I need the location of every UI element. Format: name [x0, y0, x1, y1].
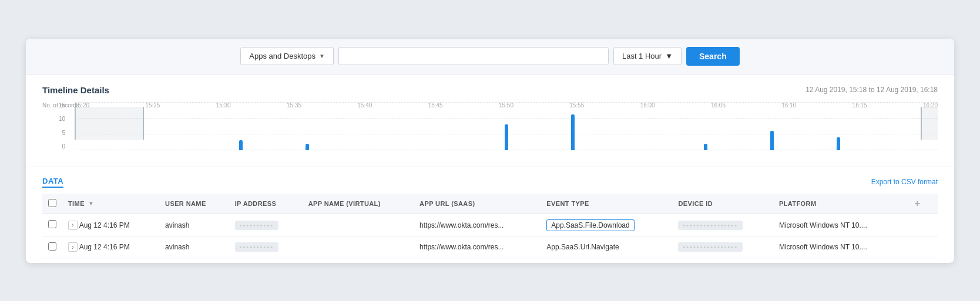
bar-slot — [672, 102, 739, 150]
bar-slot — [340, 102, 407, 150]
col-add: + — [905, 194, 938, 214]
row-checkbox-cell — [42, 236, 62, 258]
chart-bar — [505, 124, 508, 150]
row-device-id: •••••••••••••••• — [678, 221, 743, 230]
row-app-url: https://www.okta.com/res... — [419, 221, 504, 229]
row-add-cell — [905, 214, 938, 236]
table-body: › Aug 12 4:16 PMavinash••••••••••https:/… — [42, 214, 938, 258]
timeline-section: Timeline Details 12 Aug 2019, 15:18 to 1… — [26, 75, 954, 167]
select-all-checkbox[interactable] — [48, 199, 56, 207]
row-ip: •••••••••• — [235, 242, 279, 252]
row-username: avinash — [165, 221, 189, 229]
chart-bar — [837, 137, 840, 150]
chart-bar — [306, 144, 309, 150]
row-app-url: https://www.okta.com/res... — [419, 243, 504, 251]
col-app-url: APP URL (SAAS) — [414, 194, 541, 214]
time-range-label: Last 1 Hour — [622, 52, 662, 60]
row-device-id-cell: •••••••••••••••• — [672, 214, 773, 236]
row-time: Aug 12 4:16 PM — [79, 243, 130, 251]
bars-container — [75, 102, 938, 150]
y-label-5: 5 — [62, 130, 66, 136]
row-app-url-cell: https://www.okta.com/res... — [414, 236, 541, 258]
sort-icon: ▼ — [88, 200, 94, 207]
col-device-id: DEVICE ID — [672, 194, 773, 214]
col-event-type: EVENT TYPE — [541, 194, 672, 214]
chart-bar — [239, 140, 243, 150]
col-checkbox — [42, 194, 62, 214]
search-input[interactable] — [338, 47, 609, 65]
row-user-cell: avinash — [159, 214, 229, 236]
chart-inner — [75, 102, 938, 150]
row-time-cell: › Aug 12 4:16 PM — [62, 236, 159, 258]
bar-slot — [805, 102, 871, 150]
row-ip: •••••••••• — [235, 221, 279, 230]
data-table: TIME ▼ USER NAME IP ADDRESS APP NAME (VI… — [42, 194, 938, 258]
row-app-virtual-cell — [303, 214, 414, 236]
timeline-title: Timeline Details — [42, 85, 109, 95]
chart-area: No. of records 15 10 5 0 15:2015:251 — [42, 102, 938, 161]
data-section: DATA Export to CSV format TIME ▼ USER NA… — [26, 167, 954, 263]
bar-slot — [141, 102, 207, 150]
y-label-10: 10 — [59, 116, 65, 122]
chevron-down-icon: ▼ — [665, 52, 673, 60]
row-platform-cell: Microsoft Windows NT 10.... — [773, 214, 905, 236]
bar-slot — [407, 102, 473, 150]
row-time: Aug 12 4:16 PM — [79, 221, 130, 229]
bar-slot — [539, 102, 606, 150]
y-axis-labels: 15 10 5 0 — [59, 102, 65, 150]
bar-slot — [207, 102, 274, 150]
row-platform: Microsoft Windows NT 10.... — [779, 243, 867, 251]
col-app-virtual: APP NAME (VIRTUAL) — [303, 194, 414, 214]
search-button[interactable]: Search — [686, 47, 740, 66]
table-row: › Aug 12 4:16 PMavinash••••••••••https:/… — [42, 214, 938, 236]
row-time-cell: › Aug 12 4:16 PM — [62, 214, 159, 236]
bar-slot — [739, 102, 805, 150]
search-bar: Apps and Desktops ▼ Last 1 Hour ▼ Search — [26, 39, 954, 75]
table-row: › Aug 12 4:16 PMavinash••••••••••https:/… — [42, 236, 938, 258]
table-header-row: TIME ▼ USER NAME IP ADDRESS APP NAME (VI… — [42, 194, 938, 214]
row-ip-cell: •••••••••• — [229, 236, 303, 258]
row-device-id: •••••••••••••••• — [678, 242, 743, 252]
col-ip: IP ADDRESS — [229, 194, 303, 214]
chart-bar — [704, 144, 707, 150]
export-csv-link[interactable]: Export to CSV format — [871, 178, 938, 186]
main-card: Apps and Desktops ▼ Last 1 Hour ▼ Search… — [26, 39, 954, 263]
row-checkbox-cell — [42, 214, 62, 236]
col-time: TIME ▼ — [62, 194, 159, 214]
row-platform: Microsoft Windows NT 10.... — [779, 221, 867, 229]
bar-slot — [473, 102, 539, 150]
category-dropdown-label: Apps and Desktops — [249, 52, 316, 60]
row-platform-cell: Microsoft Windows NT 10.... — [773, 236, 905, 258]
row-event-type-cell: App.SaaS.Url.Navigate — [541, 236, 672, 258]
row-app-url-cell: https://www.okta.com/res... — [414, 214, 541, 236]
timeline-header: Timeline Details 12 Aug 2019, 15:18 to 1… — [42, 85, 938, 95]
y-label-0: 0 — [62, 143, 66, 150]
chart-bar — [571, 114, 575, 150]
row-checkbox[interactable] — [48, 242, 56, 251]
expand-btn[interactable]: › — [68, 221, 78, 230]
col-username: USER NAME — [159, 194, 229, 214]
row-app-virtual-cell — [303, 236, 414, 258]
row-event-type-cell: App.SaaS.File.Download — [541, 214, 672, 236]
data-label: DATA — [42, 177, 63, 188]
event-type-text: App.SaaS.Url.Navigate — [546, 243, 619, 251]
row-device-id-cell: •••••••••••••••• — [672, 236, 773, 258]
chevron-down-icon: ▼ — [319, 53, 325, 59]
row-ip-cell: •••••••••• — [229, 214, 303, 236]
col-platform: PLATFORM — [773, 194, 905, 214]
chart-bar — [770, 131, 774, 150]
add-column-btn[interactable]: + — [911, 198, 924, 208]
bar-slot — [871, 102, 938, 150]
category-dropdown[interactable]: Apps and Desktops ▼ — [240, 47, 334, 65]
expand-btn[interactable]: › — [68, 242, 78, 252]
bar-slot — [75, 102, 141, 150]
bar-slot — [274, 102, 340, 150]
event-type-badge: App.SaaS.File.Download — [546, 219, 634, 231]
bar-slot — [606, 102, 672, 150]
time-range-dropdown[interactable]: Last 1 Hour ▼ — [613, 47, 682, 65]
row-checkbox[interactable] — [48, 220, 56, 228]
row-username: avinash — [165, 243, 189, 251]
timeline-range: 12 Aug 2019, 15:18 to 12 Aug 2019, 16:18 — [806, 86, 938, 94]
row-user-cell: avinash — [159, 236, 229, 258]
data-header-row: DATA Export to CSV format — [42, 177, 938, 188]
